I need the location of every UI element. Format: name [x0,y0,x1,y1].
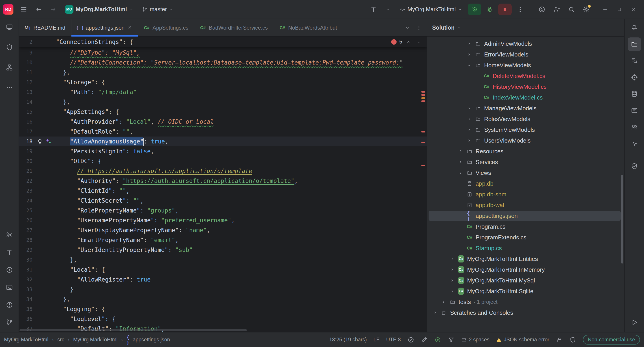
tree-chevron[interactable] [465,106,473,111]
error-stripe-mark[interactable] [422,142,425,143]
editor-line-24[interactable]: 24 "ClientSecret": "", [19,196,427,206]
tree-item-deleteviewmodel-cs[interactable]: C#DeleteViewModel.cs [427,71,624,81]
editor-line-16[interactable]: 16 "AuthProvider": "Local", // OIDC or L… [19,117,427,127]
tree-chevron[interactable] [456,160,465,164]
tree-item-homeviewmodels[interactable]: HomeViewModels [427,60,624,71]
close-button[interactable] [626,2,641,17]
editor-line-18[interactable]: 18 "AllowAnonymousUsage": true, [19,137,427,146]
editor-line-17[interactable]: 17 "DefaultRole": "", [19,127,427,137]
tree-item-usersviewmodels[interactable]: UsersViewModels [427,135,624,146]
editor-line-30[interactable]: 30 }, [19,255,427,265]
breadcrumb-item[interactable]: src [57,337,64,343]
tree-item-resources[interactable]: Resources [427,146,624,157]
tree-item-myorg-marktohtml-entities[interactable]: C#MyOrg.MarkToHtml.Entities [427,253,624,264]
tree-item-app-db[interactable]: app.db [427,178,624,189]
folder-tool-button[interactable] [628,38,641,51]
error-stripe-mark[interactable] [422,91,425,93]
tree-item-tests[interactable]: tests· 1 project [427,296,624,307]
tree-chevron[interactable] [465,128,473,132]
back-button[interactable] [32,3,45,16]
tree-scrollbar[interactable] [621,175,623,264]
main-menu-button[interactable] [18,3,30,16]
tree-item-program-cs[interactable]: C#Program.cs [427,221,624,232]
inspections-widget[interactable] [408,336,414,343]
editor-line-27[interactable]: 27 "UserDisplayNamePropertyName": "name"… [19,225,427,235]
breadcrumb-item[interactable]: MyOrg.MarkToHtml [73,337,118,343]
scissors-tool-button[interactable] [3,228,16,242]
lock-widget[interactable] [556,336,563,343]
editor-line-35[interactable]: 35 "Logging": { [19,304,427,314]
breadcrumb-item[interactable]: MyOrg.MarkToHtml [4,337,48,343]
solution-explorer-header[interactable]: Solution [427,19,624,37]
tree-chevron[interactable] [431,310,439,315]
warning-stripe-mark[interactable] [422,97,425,99]
editor-line-32[interactable]: 32 "AllowRegister": true [19,275,427,284]
editor-line-36[interactable]: 36 "LogLevel": { [19,314,427,324]
tree-item-manageviewmodels[interactable]: ManageViewModels [427,103,624,114]
text-actions-chevron[interactable] [382,3,394,16]
highlight-level-widget[interactable] [570,336,576,343]
tree-item-historyviewmodel-cs[interactable]: C#HistoryViewModel.cs [427,81,624,92]
search-everywhere-button[interactable] [565,3,578,16]
error-stripe-mark[interactable] [422,165,425,166]
error-stripe-mark[interactable] [422,131,425,133]
editor-line-23[interactable]: 23 "ClientId": "", [19,186,427,196]
error-stripe[interactable] [421,37,426,332]
tree-chevron[interactable] [465,63,473,68]
tab-readme-md[interactable]: M↓README.md [19,19,72,36]
editor-line-19[interactable]: 19 "PersistsSignIn": false, [19,146,427,156]
tree-item-adminviewmodels[interactable]: AdminViewModels [427,38,624,49]
tree-chevron[interactable] [448,278,456,283]
sticky-line[interactable]: 2 "ConnectionStrings": { ! 5 [19,37,427,47]
breadcrumb-item[interactable]: { }appsettings.json [126,337,170,343]
tree-chevron[interactable] [465,117,473,121]
encoding-widget[interactable]: UTF-8 [386,337,401,343]
tree-chevron[interactable] [456,171,465,175]
tree-item-indexviewmodel-cs[interactable]: C#IndexViewModel.cs [427,92,624,103]
tree-item-programextends-cs[interactable]: C#ProgramExtends.cs [427,232,624,243]
card-tool-button[interactable] [628,104,641,117]
editor-line-25[interactable]: 25 "RolePropertyName": "groups", [19,206,427,215]
play-circle-tool-button[interactable] [3,263,16,277]
run-config-widget[interactable]: MyOrg.MarkToHtml [397,4,466,15]
tree-chevron[interactable] [465,42,473,46]
tree-item-systemviewmodels[interactable]: SystemViewModels [427,124,624,135]
minimize-button[interactable] [598,2,612,17]
tree-item-appsettings-json[interactable]: { }appsettings.json [427,210,624,221]
structure-tool-button[interactable] [3,61,16,74]
editor-line-26[interactable]: 26 "UsernamePropertyName": "preferred_us… [19,215,427,225]
project-widget[interactable]: MO MyOrg.MarkToHtml [62,3,137,16]
bell-tool-button[interactable] [628,21,641,34]
editor-line-20[interactable]: 20 "OIDC": { [19,156,427,166]
ai-assistant-button[interactable] [536,3,548,16]
hidden-tabs-button[interactable] [402,23,412,33]
play-tool-button[interactable] [628,316,641,329]
branch-widget[interactable]: master [139,4,177,15]
tree-item-myorg-marktohtml-inmemory[interactable]: C#MyOrg.MarkToHtml.InMemory [427,264,624,275]
branch-tool-button[interactable] [3,316,16,329]
editor-line-9[interactable]: 9 //"DbType": "MySql", [19,48,427,58]
tree-item-startup-cs[interactable]: C#Startup.cs [427,243,624,253]
editor-line-34[interactable]: 34 }, [19,294,427,304]
previous-error-button[interactable] [405,38,412,46]
tree-item-scratches-and-consoles[interactable]: Scratches and Consoles [427,307,624,318]
caret-position-widget[interactable]: 18:25 (19 chars) [329,337,366,343]
shield-check-tool-button[interactable] [628,159,641,173]
tree-item-myorg-marktohtml-mysql[interactable]: C#MyOrg.MarkToHtml.MySql [427,275,624,286]
forward-button[interactable] [47,3,60,16]
tree-item-views[interactable]: Views [427,167,624,178]
terminal-tool-button[interactable] [3,281,16,294]
stop-button[interactable] [498,4,512,15]
json-schema-widget[interactable]: JSON schema error [496,337,549,343]
tab-appsettings-cs[interactable]: C#AppSettings.cs [138,19,194,36]
line-separator-widget[interactable]: LF [374,337,380,343]
error-stripe-mark[interactable] [422,100,425,102]
more-h-tool-button[interactable] [3,81,16,94]
debug-button[interactable] [484,3,496,16]
editor-line-10[interactable]: 10 //"DefaultConnection": "Server=localh… [19,58,427,68]
tree-chevron[interactable] [465,138,473,143]
error-stripe-mark[interactable] [422,94,425,96]
tree-item-rolesviewmodels[interactable]: RolesViewModels [427,114,624,124]
code-with-me-button[interactable] [550,3,563,16]
error-circle-tool-button[interactable] [3,298,16,311]
